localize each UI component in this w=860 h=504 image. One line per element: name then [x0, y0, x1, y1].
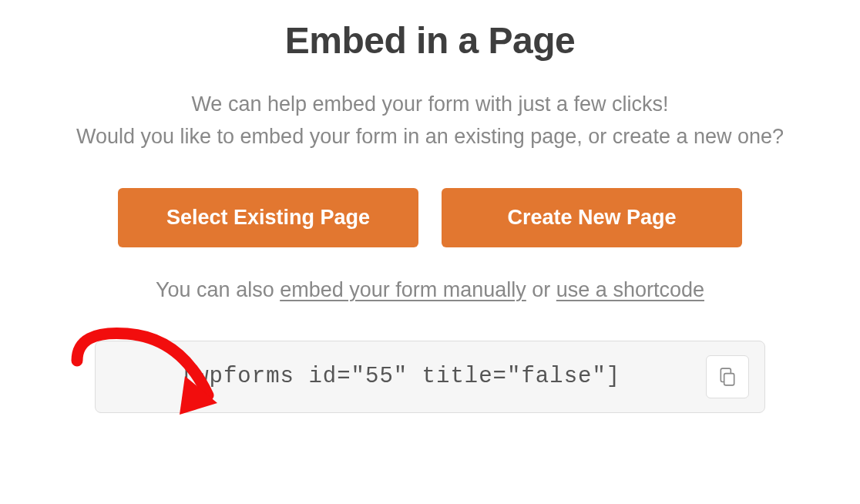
embed-manually-link[interactable]: embed your form manually — [280, 278, 526, 301]
create-new-page-button[interactable]: Create New Page — [442, 188, 742, 247]
description-line-2: Would you like to embed your form in an … — [76, 125, 784, 148]
page-title: Embed in a Page — [52, 19, 808, 62]
alt-prefix: You can also — [156, 278, 280, 301]
shortcode-container: [wpforms id="55" title="false"] — [95, 341, 765, 413]
description-line-1: We can help embed your form with just a … — [191, 92, 668, 116]
button-row: Select Existing Page Create New Page — [52, 188, 808, 247]
use-shortcode-link[interactable]: use a shortcode — [556, 278, 704, 301]
shortcode-text: [wpforms id="55" title="false"] — [111, 364, 690, 389]
alt-middle: or — [526, 278, 556, 301]
svg-rect-0 — [724, 373, 734, 385]
select-existing-page-button[interactable]: Select Existing Page — [118, 188, 418, 247]
copy-shortcode-button[interactable] — [706, 355, 749, 398]
copy-icon — [717, 367, 737, 387]
alternative-options-text: You can also embed your form manually or… — [52, 278, 808, 302]
description-text: We can help embed your form with just a … — [52, 89, 808, 153]
